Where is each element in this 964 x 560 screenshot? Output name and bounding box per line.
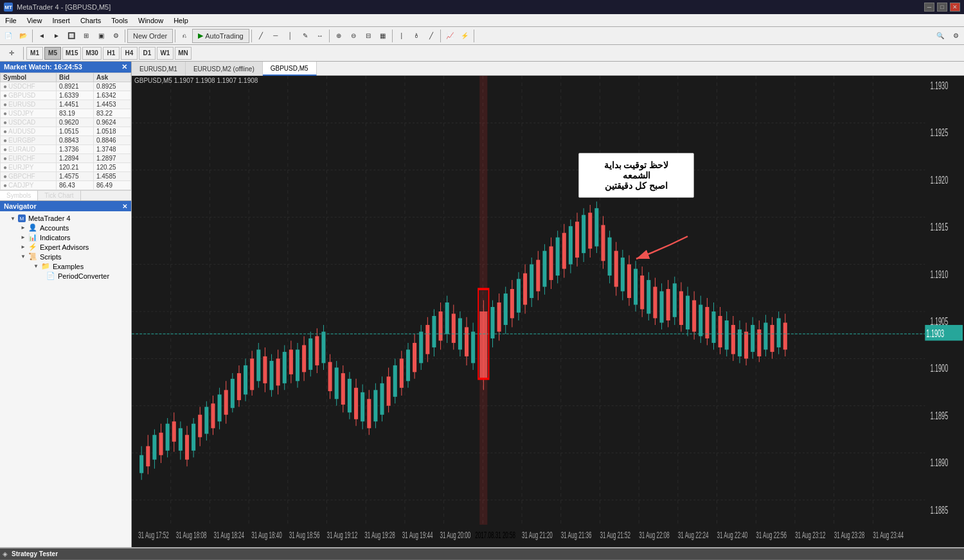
svg-rect-159: [562, 233, 566, 269]
search-btn[interactable]: 🔍: [933, 29, 947, 43]
svg-text:31 Aug 21:20: 31 Aug 21:20: [522, 530, 553, 540]
zoom-out-btn[interactable]: ⊞: [79, 29, 93, 43]
nav-indicators[interactable]: ► 📊 Indicators: [12, 232, 130, 242]
menu-charts[interactable]: Charts: [75, 14, 106, 26]
navigator-close[interactable]: ✕: [122, 203, 127, 210]
tab-eurusd-m1[interactable]: EURUSD,M1: [132, 62, 186, 76]
mw-symbol: ●EURUSD: [1, 100, 57, 109]
tf-m30[interactable]: M30: [82, 47, 101, 60]
menubar: File View Insert Charts Tools Window Hel…: [0, 14, 964, 27]
menu-file[interactable]: File: [0, 14, 22, 26]
market-watch-row[interactable]: ●CADJPY 86.43 86.49: [1, 181, 131, 190]
tf-h1[interactable]: H1: [103, 47, 120, 60]
svg-rect-185: [647, 280, 650, 313]
new-profile-btn[interactable]: 📄: [1, 29, 15, 43]
new-order-button[interactable]: New Order: [127, 29, 173, 43]
svg-text:31 Aug 18:08: 31 Aug 18:08: [176, 530, 207, 540]
menu-view[interactable]: View: [22, 14, 48, 26]
settings-right-btn[interactable]: ⚙: [949, 29, 963, 43]
svg-rect-76: [289, 349, 293, 374]
market-watch-close[interactable]: ✕: [121, 63, 127, 71]
market-watch-body: ●USDCHF 0.8921 0.8925 ●GBPUSD 1.6339 1.6…: [1, 82, 131, 190]
close-button[interactable]: ✕: [950, 3, 960, 12]
zoom-in-btn[interactable]: 🔲: [64, 29, 78, 43]
svg-rect-211: [731, 325, 735, 354]
market-watch-row[interactable]: ●USDCHF 0.8921 0.8925: [1, 82, 131, 91]
tf-m5[interactable]: M5: [44, 47, 61, 60]
tf-sep-1: [23, 47, 24, 60]
tf-mn[interactable]: MN: [175, 47, 192, 60]
chart-candle-btn[interactable]: 🕯: [409, 29, 424, 43]
market-watch-row[interactable]: ●EURCHF 1.2894 1.2897: [1, 154, 131, 163]
indicator-btn[interactable]: 📈: [443, 29, 457, 43]
line-tool-btn[interactable]: ╱: [254, 29, 268, 43]
svg-text:1.1885: 1.1885: [930, 504, 948, 516]
tf-h4[interactable]: H4: [121, 47, 138, 60]
back-btn[interactable]: ◄: [35, 29, 49, 43]
hline-btn[interactable]: ─: [269, 29, 283, 43]
svg-rect-50: [204, 407, 208, 434]
market-watch-row[interactable]: ●GBPCHF 1.4575 1.4585: [1, 172, 131, 181]
minimize-button[interactable]: ─: [924, 3, 934, 12]
nav-metatrader4[interactable]: ▼ M MetaTrader 4: [1, 214, 130, 223]
nav-accounts[interactable]: ► 👤 Accounts: [12, 223, 130, 232]
forward-btn[interactable]: ►: [49, 29, 64, 43]
nav-expert-advisors[interactable]: ► ⚡ Expert Advisors: [12, 242, 130, 252]
tf-m15[interactable]: M15: [62, 47, 81, 60]
market-watch-row[interactable]: ●AUDUSD 1.0515 1.0518: [1, 127, 131, 136]
zoom-chart-in[interactable]: ⊕: [332, 29, 346, 43]
menu-tools[interactable]: Tools: [106, 14, 133, 26]
maximize-button[interactable]: □: [937, 3, 947, 12]
zoom-chart-out[interactable]: ⊖: [346, 29, 361, 43]
tf-m1[interactable]: M1: [26, 47, 43, 60]
grid-btn[interactable]: ⊟: [361, 29, 375, 43]
tf-w1[interactable]: W1: [157, 47, 174, 60]
vol-btn[interactable]: ▦: [376, 29, 390, 43]
svg-rect-70: [269, 361, 273, 390]
col-bid: Bid: [56, 73, 93, 82]
menu-window[interactable]: Window: [133, 14, 168, 26]
tools2-btn[interactable]: ✎: [298, 29, 312, 43]
market-watch-row[interactable]: ●USDJPY 83.19 83.22: [1, 109, 131, 118]
market-watch-row[interactable]: ●GBPUSD 1.6339 1.6342: [1, 91, 131, 100]
mw-symbol: ●EURCHF: [1, 154, 57, 163]
menu-help[interactable]: Help: [168, 14, 193, 26]
nav-expand-arrow: ▼: [10, 216, 15, 222]
tab-tick-chart[interactable]: Tick Chart: [38, 191, 80, 200]
mw-bid: 1.6339: [56, 91, 93, 100]
svg-text:31 Aug 21:36: 31 Aug 21:36: [561, 530, 592, 540]
nav-period-converter[interactable]: 📄 PeriodConverter: [37, 271, 130, 281]
chart-line-btn[interactable]: ╱: [424, 29, 438, 43]
market-watch-row[interactable]: ●EURGBP 0.8843 0.8846: [1, 136, 131, 145]
market-watch-row[interactable]: ●EURAUD 1.3736 1.3748: [1, 145, 131, 154]
mw-symbol: ●USDCAD: [1, 118, 57, 127]
options-btn[interactable]: ⚙: [109, 29, 123, 43]
tab-symbols[interactable]: Symbols: [0, 191, 38, 200]
nav-examples[interactable]: ▼ 📁 Examples: [24, 261, 130, 271]
mw-ask: 1.4453: [93, 100, 130, 109]
market-watch-row[interactable]: ●EURJPY 120.21 120.25: [1, 163, 131, 172]
open-btn[interactable]: 📂: [16, 29, 30, 43]
expert-btn[interactable]: ⚡: [458, 29, 472, 43]
period-sep-btn[interactable]: ↔: [313, 29, 327, 43]
tf-d1[interactable]: D1: [139, 47, 156, 60]
chart-canvas-area[interactable]: GBPUSD,M5 1.1907 1.1908 1.1907 1.1908: [132, 76, 964, 547]
tab-eurusd-m2[interactable]: EURUSD,M2 (offline): [186, 62, 263, 76]
menu-insert[interactable]: Insert: [47, 14, 75, 26]
autotrading-button[interactable]: ▶AutoTrading: [192, 29, 249, 43]
fit-btn[interactable]: ▣: [94, 29, 108, 43]
svg-rect-195: [679, 292, 683, 325]
back-hist-btn[interactable]: ⎌: [177, 29, 192, 43]
vline-btn[interactable]: │: [283, 29, 298, 43]
svg-text:31 Aug 18:40: 31 Aug 18:40: [251, 530, 282, 540]
svg-rect-102: [373, 390, 377, 421]
nav-scripts[interactable]: ▼ 📜 Scripts: [12, 252, 130, 261]
market-watch-row[interactable]: ●EURUSD 1.4451 1.4453: [1, 100, 131, 109]
market-watch-tabs: Symbols Tick Chart: [0, 190, 131, 200]
svg-rect-38: [166, 424, 170, 451]
svg-text:1.1910: 1.1910: [930, 268, 948, 280]
tab-gbpusd-m5[interactable]: GBPUSD,M5: [263, 62, 317, 76]
crosshair-btn[interactable]: ✛: [3, 46, 21, 60]
chart-bar-btn[interactable]: |: [395, 29, 409, 43]
market-watch-row[interactable]: ●USDCAD 0.9620 0.9624: [1, 118, 131, 127]
